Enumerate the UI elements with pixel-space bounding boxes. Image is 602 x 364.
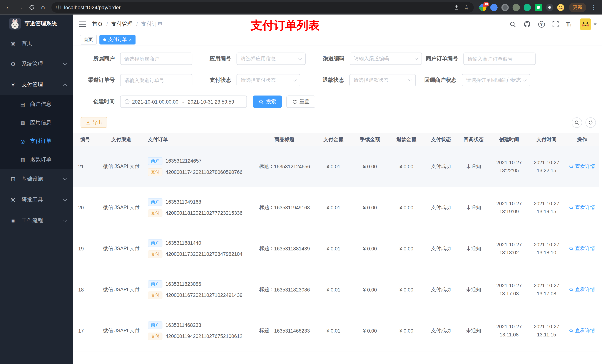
- toggle-search-icon[interactable]: [572, 117, 582, 128]
- chevron-up-icon: [63, 83, 67, 87]
- col-header-amount: 支付金额: [315, 136, 352, 143]
- reset-button[interactable]: 重置: [286, 95, 315, 108]
- main-area: 首页 / 支付管理 / 支付订单 支付订单列表 ?: [73, 15, 602, 364]
- filter-label-app: 应用编号: [192, 55, 231, 62]
- cell-refund: ¥ 0.00: [388, 228, 425, 269]
- cell-pay-time: [528, 351, 565, 364]
- merchant-order-no-input[interactable]: [463, 52, 536, 65]
- merchant-tag: 商户: [148, 280, 162, 288]
- orders-table: 编号 支付渠道 支付订单 商品标题 支付金额 手续金额 退款金额 支付状态 回调…: [73, 133, 602, 364]
- extension-colorwheel-icon[interactable]: 10: [479, 4, 486, 11]
- collapse-sidebar-icon[interactable]: [79, 21, 86, 27]
- user-menu[interactable]: [580, 19, 597, 30]
- extension-smiley-icon[interactable]: [557, 4, 564, 11]
- cell-notify: 未通知: [457, 228, 490, 269]
- notify-status-select[interactable]: 请选择订单回调商户状态: [462, 74, 530, 86]
- cell-notify: 未通知: [457, 146, 490, 187]
- channel-order-no-input[interactable]: [120, 74, 192, 86]
- browser-menu-icon[interactable]: ⋮: [589, 4, 599, 11]
- select-placeholder: 请选择应用信息: [241, 55, 276, 62]
- channel-code-select[interactable]: 请输入渠道编码: [350, 52, 422, 65]
- sidebar-item-workflow[interactable]: ▣ 工作流程: [0, 210, 73, 231]
- view-detail-link[interactable]: 查看详情: [569, 327, 595, 334]
- chevron-down-icon: [63, 218, 67, 222]
- tab-home[interactable]: 首页: [80, 35, 97, 45]
- help-icon[interactable]: ?: [538, 21, 545, 27]
- sidebar-item-pay-order[interactable]: ◎ 支付订单: [0, 132, 73, 150]
- sidebar-item-dev-tools[interactable]: ⚒ 研发工具: [0, 190, 73, 210]
- share-icon[interactable]: [454, 5, 459, 10]
- breadcrumb-item-payment[interactable]: 支付管理: [111, 21, 133, 28]
- cell-id: 17: [73, 310, 100, 351]
- fullscreen-icon[interactable]: [552, 21, 559, 27]
- chevron-down-icon: [293, 78, 297, 82]
- cell-notify: 未通知: [457, 187, 490, 228]
- browser-home-icon[interactable]: ⌂: [38, 2, 48, 13]
- site-info-icon[interactable]: ⓘ: [56, 4, 61, 11]
- chevron-down-icon: [298, 56, 302, 60]
- view-detail-link[interactable]: 查看详情: [569, 245, 595, 252]
- extension-swirl-icon[interactable]: [546, 4, 553, 11]
- extension-gray-icon[interactable]: [502, 4, 509, 11]
- app-logo[interactable]: 芋道管理系统: [0, 15, 73, 33]
- avatar: [580, 19, 591, 30]
- sidebar-item-refund-order[interactable]: ▥ 退款订单: [0, 150, 73, 169]
- merchant-tag: 商户: [148, 239, 162, 247]
- merchant-tag: 商户: [148, 321, 162, 329]
- col-header-pay-time: 支付时间: [528, 136, 565, 143]
- cell-create-time: [490, 351, 528, 364]
- extension-green-circle-icon[interactable]: [524, 4, 531, 11]
- pay-status-select[interactable]: 请选择支付状态: [236, 74, 300, 86]
- sidebar-item-home[interactable]: ◉ 首页: [0, 33, 73, 54]
- sidebar-item-system[interactable]: ⚙ 系统管理: [0, 54, 73, 74]
- sidebar-item-infrastructure[interactable]: ⊡ 基础设施: [0, 169, 73, 190]
- refresh-icon: [292, 99, 297, 104]
- pay-tag: 支付: [148, 209, 162, 217]
- browser-forward-icon[interactable]: →: [15, 2, 25, 13]
- bookmark-star-icon[interactable]: ☆: [464, 4, 469, 11]
- cell-notify: 未通知: [457, 269, 490, 310]
- tab-pay-order[interactable]: 支付订单 ×: [99, 35, 136, 45]
- export-button[interactable]: 导出: [81, 117, 107, 128]
- breadcrumb-separator: /: [136, 21, 138, 27]
- font-size-icon[interactable]: TT: [566, 21, 572, 27]
- sidebar-item-app-info[interactable]: ▦ 应用信息: [0, 114, 73, 132]
- cell-refund: [388, 351, 425, 364]
- refund-status-select[interactable]: 请选择退款状态: [349, 74, 416, 86]
- search-button[interactable]: 搜索: [253, 95, 282, 108]
- close-icon[interactable]: ×: [129, 37, 132, 42]
- chevron-down-icon: [523, 78, 527, 82]
- app-select[interactable]: 请选择应用信息: [236, 52, 306, 65]
- app-title: 芋道管理系统: [25, 20, 57, 27]
- extension-olive-icon[interactable]: [513, 4, 520, 11]
- browser-back-icon[interactable]: ←: [3, 2, 14, 13]
- browser-update-button[interactable]: 更新: [569, 2, 586, 12]
- extension-wechat-icon[interactable]: [535, 4, 542, 11]
- search-icon: [569, 328, 574, 333]
- search-icon: [569, 287, 574, 292]
- search-icon[interactable]: [509, 21, 516, 27]
- sidebar-item-merchant-info[interactable]: ▤ 商户信息: [0, 95, 73, 114]
- cell-status: 支付成功: [425, 310, 457, 351]
- cell-refund: ¥ 0.00: [388, 187, 425, 228]
- browser-reload-icon[interactable]: [26, 2, 37, 13]
- refresh-table-icon[interactable]: [586, 117, 596, 128]
- view-detail-link[interactable]: 查看详情: [569, 163, 595, 170]
- extension-blue-icon[interactable]: [490, 4, 497, 11]
- create-time-range-picker[interactable]: 2021-10-01 00:00:00 - 2021-10-31 23:59:5…: [120, 95, 247, 108]
- view-detail-link[interactable]: 查看详情: [569, 286, 595, 293]
- extension-badge: 10: [483, 2, 489, 6]
- sidebar-item-payment[interactable]: ¥ 支付管理: [0, 74, 73, 95]
- merchant-select[interactable]: [120, 52, 192, 65]
- view-detail-link[interactable]: 查看详情: [569, 204, 595, 211]
- breadcrumb: 首页 / 支付管理 / 支付订单: [92, 21, 163, 28]
- filter-label-merchant: 所属商户: [73, 55, 115, 62]
- address-bar[interactable]: ⓘ localhost:1024/pay/order ☆: [52, 2, 474, 12]
- cell-id: 18: [73, 269, 100, 310]
- tools-icon: ⚒: [9, 197, 18, 203]
- sidebar: 芋道管理系统 ◉ 首页 ⚙ 系统管理 ¥ 支付管理 ▤ 商户信息: [0, 15, 73, 364]
- col-header-order: 支付订单: [142, 136, 254, 143]
- breadcrumb-item-home[interactable]: 首页: [92, 21, 103, 28]
- pay-order-no: 4200001173202110272847982104: [165, 251, 243, 257]
- github-icon[interactable]: [524, 21, 530, 28]
